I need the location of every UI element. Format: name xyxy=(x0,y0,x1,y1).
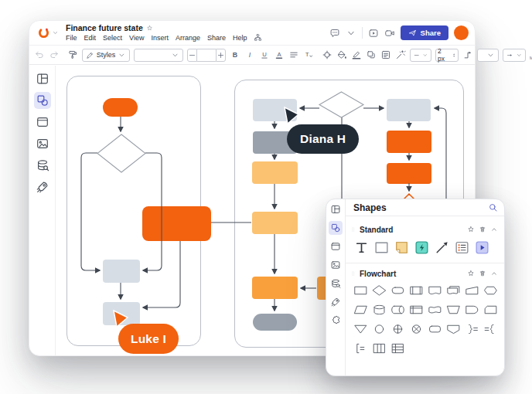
format-painter-icon[interactable] xyxy=(67,49,78,60)
present-icon[interactable] xyxy=(368,28,379,39)
drag-handle-icon[interactable] xyxy=(350,226,356,233)
menu-item[interactable]: File xyxy=(66,34,77,42)
star-icon[interactable] xyxy=(467,270,475,277)
video-icon[interactable] xyxy=(384,28,395,39)
data-icon[interactable] xyxy=(329,277,343,290)
artboard-icon[interactable] xyxy=(34,114,51,131)
paper-tape-icon[interactable] xyxy=(428,304,442,316)
feature-find-icon[interactable] xyxy=(322,49,332,60)
predefined-process-icon[interactable] xyxy=(409,284,424,297)
merge-icon[interactable] xyxy=(353,323,368,335)
summing-junction-icon[interactable] xyxy=(390,323,405,335)
styles-dropdown[interactable]: Styles xyxy=(82,49,130,62)
chevron-down-icon[interactable] xyxy=(52,29,59,36)
minus-icon[interactable] xyxy=(187,49,197,62)
multi-document-icon[interactable] xyxy=(446,284,461,297)
terminator-icon[interactable] xyxy=(390,284,405,297)
pen-line-icon[interactable] xyxy=(434,239,450,256)
table-columns-icon[interactable] xyxy=(372,342,387,355)
pages-icon[interactable] xyxy=(34,70,51,87)
alternate-terminator-icon[interactable] xyxy=(428,323,442,335)
flow-process-gray-1[interactable] xyxy=(103,260,140,283)
flow-process-orange-1[interactable] xyxy=(387,131,431,153)
flow-process-lightamber-1[interactable] xyxy=(252,161,298,184)
image-icon[interactable] xyxy=(34,135,51,152)
card-icon[interactable] xyxy=(483,304,498,316)
magic-wand-icon[interactable] xyxy=(395,49,406,60)
database-icon[interactable] xyxy=(372,304,387,316)
connector-style-dropdown[interactable] xyxy=(477,49,499,62)
font-size-value[interactable] xyxy=(197,49,216,62)
text-color-icon[interactable]: A xyxy=(274,49,285,60)
align-icon[interactable] xyxy=(288,49,299,60)
flow-process-lightamber-2[interactable] xyxy=(252,212,298,234)
internal-storage-icon[interactable] xyxy=(409,304,424,316)
menu-item[interactable]: Share xyxy=(207,34,226,42)
lightning-icon[interactable] xyxy=(414,239,430,256)
table-rows-icon[interactable] xyxy=(390,342,405,355)
share-button[interactable]: Share xyxy=(401,25,448,40)
text-style-icon[interactable]: T xyxy=(303,49,314,60)
menu-item[interactable]: Edit xyxy=(84,34,97,42)
avatar[interactable] xyxy=(454,25,469,40)
menu-item[interactable]: Insert xyxy=(151,34,169,42)
rocket-icon[interactable] xyxy=(34,178,51,195)
redo-icon[interactable] xyxy=(49,49,60,60)
delay-icon[interactable] xyxy=(465,304,479,316)
flow-start-terminator[interactable] xyxy=(103,98,138,117)
document-icon[interactable] xyxy=(428,284,442,297)
line-color-icon[interactable] xyxy=(351,49,362,60)
menu-item[interactable]: Arrange xyxy=(176,34,200,42)
data-icon[interactable] xyxy=(34,157,51,174)
trash-icon[interactable] xyxy=(479,270,486,277)
brace-right-icon[interactable] xyxy=(465,323,479,335)
process-icon[interactable] xyxy=(353,284,368,297)
trash-icon[interactable] xyxy=(479,226,486,233)
direct-storage-icon[interactable] xyxy=(390,304,405,316)
line-width-stepper[interactable]: 2 px xyxy=(435,49,459,62)
flow-process-orange-2[interactable] xyxy=(387,163,431,184)
chevron-up-small-icon[interactable] xyxy=(490,270,498,277)
artboard-icon[interactable] xyxy=(329,239,343,253)
or-junction-icon[interactable] xyxy=(409,323,424,335)
decision-icon[interactable] xyxy=(372,284,387,297)
flow-process-lightgray-right[interactable] xyxy=(387,99,431,121)
play-icon[interactable] xyxy=(474,239,490,256)
bracket-icon[interactable] xyxy=(353,342,368,355)
fill-color-icon[interactable] xyxy=(336,49,347,60)
flow-end-terminator[interactable] xyxy=(253,314,297,331)
star-icon[interactable] xyxy=(467,226,475,233)
flow-process-lightgray[interactable] xyxy=(253,99,297,121)
shapes-icon[interactable] xyxy=(329,221,343,235)
rocket-icon[interactable] xyxy=(329,295,343,309)
manual-input-icon[interactable] xyxy=(465,284,479,297)
flow-process-midgray[interactable] xyxy=(253,131,297,154)
font-dropdown[interactable] xyxy=(134,49,183,62)
note-icon[interactable] xyxy=(380,49,391,60)
undo-icon[interactable] xyxy=(34,49,45,60)
comment-icon[interactable] xyxy=(329,28,340,39)
lucid-logo-icon[interactable] xyxy=(37,26,50,39)
puzzle-icon[interactable] xyxy=(329,314,343,328)
elbow-icon[interactable] xyxy=(462,49,473,60)
display-icon[interactable] xyxy=(446,323,461,335)
menu-item[interactable]: View xyxy=(129,34,144,42)
rectangle-icon[interactable] xyxy=(373,239,390,256)
org-chart-icon[interactable] xyxy=(254,33,262,42)
italic-icon[interactable]: I xyxy=(244,49,255,60)
plus-icon[interactable] xyxy=(216,49,226,62)
chevron-up-small-icon[interactable] xyxy=(490,226,498,233)
list-icon[interactable] xyxy=(454,239,470,256)
preparation-icon[interactable] xyxy=(483,284,498,297)
flow-process-gray-2[interactable] xyxy=(103,302,140,325)
menu-item[interactable]: Select xyxy=(103,34,122,42)
text-icon[interactable] xyxy=(353,239,370,256)
connector-icon[interactable] xyxy=(372,323,387,335)
search-icon[interactable] xyxy=(488,202,498,212)
drag-handle-icon[interactable] xyxy=(350,270,356,277)
star-icon[interactable] xyxy=(146,25,153,32)
underline-icon[interactable]: U xyxy=(259,49,270,60)
brace-pair-icon[interactable] xyxy=(483,323,498,335)
bold-icon[interactable]: B xyxy=(230,49,240,60)
data-shape-icon[interactable] xyxy=(353,304,368,316)
